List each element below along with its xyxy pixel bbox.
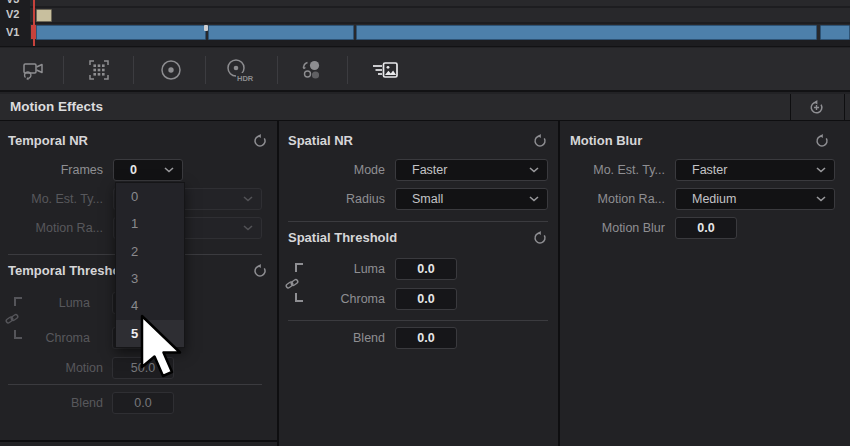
snr-blend-field[interactable]: 0.0 xyxy=(395,327,457,349)
toolbar-separator xyxy=(205,56,206,84)
mb-mo-est-type-value: Faster xyxy=(692,160,727,180)
dropdown-option-1[interactable]: 1 xyxy=(116,210,184,237)
palette-header: Motion Effects xyxy=(0,94,850,121)
snr-luma-field[interactable]: 0.0 xyxy=(395,258,457,280)
section-divider xyxy=(8,384,262,385)
track-label-v1: V1 xyxy=(6,25,30,39)
playhead-grip[interactable] xyxy=(31,25,36,39)
header-separator xyxy=(790,94,791,120)
chevron-down-icon xyxy=(243,196,253,202)
chevron-down-icon xyxy=(529,167,539,173)
spatial-nr-title: Spatial NR xyxy=(288,133,353,149)
spatial-nr-reset-button[interactable] xyxy=(529,130,551,152)
timeline-clip[interactable] xyxy=(356,25,817,40)
hdr-label: HDR xyxy=(237,74,254,83)
mouse-cursor xyxy=(139,314,183,380)
tnr-chroma-label: Chroma xyxy=(0,327,90,349)
track-v2 xyxy=(30,8,850,22)
snr-chroma-field[interactable]: 0.0 xyxy=(395,288,457,310)
resolve-color-page: V3 V2 V1 xyxy=(0,0,850,446)
palette-toolbar: HDR xyxy=(0,48,850,92)
dropdown-option-3[interactable]: 3 xyxy=(116,265,184,292)
snr-chroma-label: Chroma xyxy=(290,288,385,310)
toolbar-separator xyxy=(347,56,348,84)
reset-all-button[interactable] xyxy=(805,96,827,118)
mb-motion-blur-field[interactable]: 0.0 xyxy=(675,217,737,239)
tnr-motion-label: Motion xyxy=(0,357,103,379)
mb-motion-range-value: Medium xyxy=(692,189,736,209)
dropdown-option-2[interactable]: 2 xyxy=(116,238,184,265)
timeline-clip[interactable] xyxy=(208,25,354,40)
color-wheels-icon[interactable] xyxy=(149,52,193,88)
palette-title: Motion Effects xyxy=(10,94,103,120)
dropdown-option-0[interactable]: 0 xyxy=(116,183,184,210)
timeline-mini: V3 V2 V1 xyxy=(0,0,850,47)
snr-luma-label: Luma xyxy=(290,258,385,280)
playhead[interactable] xyxy=(33,0,35,47)
timeline-clip[interactable] xyxy=(36,9,52,22)
color-match-icon[interactable] xyxy=(77,52,121,88)
tnr-blend-label: Blend xyxy=(0,392,103,414)
track-label-v3: V3 xyxy=(6,0,30,6)
radius-label: Radius xyxy=(290,188,385,210)
clip-marker[interactable] xyxy=(204,25,208,31)
chevron-down-icon xyxy=(164,167,174,173)
temporal-threshold-title: Temporal Threshold xyxy=(8,263,132,279)
color-warper-icon[interactable] xyxy=(289,52,333,88)
mb-mo-est-type-label: Mo. Est. Ty... xyxy=(560,159,665,181)
tnr-luma-label: Luma xyxy=(0,292,90,314)
mb-mo-est-type-dropdown[interactable]: Faster xyxy=(675,159,835,181)
temporal-nr-title: Temporal NR xyxy=(8,133,88,149)
radius-value: Small xyxy=(412,189,443,209)
timeline-clip[interactable] xyxy=(36,25,206,40)
toolbar-separator xyxy=(277,56,278,84)
motion-blur-title: Motion Blur xyxy=(570,133,642,149)
motion-range-label: Motion Ra... xyxy=(0,217,103,239)
frames-value: 0 xyxy=(130,160,137,180)
mb-motion-blur-label: Motion Blur xyxy=(560,217,665,239)
mode-label: Mode xyxy=(290,159,385,181)
chevron-down-icon xyxy=(816,167,826,173)
mb-motion-range-label: Motion Ra... xyxy=(560,188,665,210)
spatial-threshold-title: Spatial Threshold xyxy=(288,230,397,246)
panel-bottom-border xyxy=(0,440,277,442)
toolbar-separator xyxy=(133,56,134,84)
header-separator xyxy=(844,94,845,120)
section-divider xyxy=(288,320,548,321)
spatial-threshold-reset-button[interactable] xyxy=(529,227,551,249)
temporal-threshold-reset-button[interactable] xyxy=(249,260,271,282)
chevron-down-icon xyxy=(243,225,253,231)
mo-est-type-label: Mo. Est. Ty... xyxy=(0,188,103,210)
temporal-nr-reset-button[interactable] xyxy=(249,130,271,152)
column-divider xyxy=(277,121,279,446)
frames-label: Frames xyxy=(0,159,103,181)
chevron-down-icon xyxy=(816,196,826,202)
frames-dropdown[interactable]: 0 xyxy=(113,159,183,181)
mode-dropdown[interactable]: Faster xyxy=(395,159,548,181)
snr-blend-label: Blend xyxy=(290,327,385,349)
chevron-down-icon xyxy=(529,196,539,202)
radius-dropdown[interactable]: Small xyxy=(395,188,548,210)
timeline-clip[interactable] xyxy=(820,25,850,40)
camera-raw-icon[interactable] xyxy=(9,52,53,88)
mode-value: Faster xyxy=(412,160,447,180)
motion-blur-reset-button[interactable] xyxy=(811,130,833,152)
section-divider xyxy=(288,221,548,222)
hdr-grade-icon[interactable]: HDR xyxy=(219,52,267,88)
mb-motion-range-dropdown[interactable]: Medium xyxy=(675,188,835,210)
motion-effects-icon[interactable] xyxy=(363,52,407,88)
track-v3 xyxy=(30,0,850,6)
toolbar-separator xyxy=(63,56,64,84)
tnr-blend-field[interactable]: 0.0 xyxy=(112,392,174,414)
track-label-v2: V2 xyxy=(6,7,30,21)
